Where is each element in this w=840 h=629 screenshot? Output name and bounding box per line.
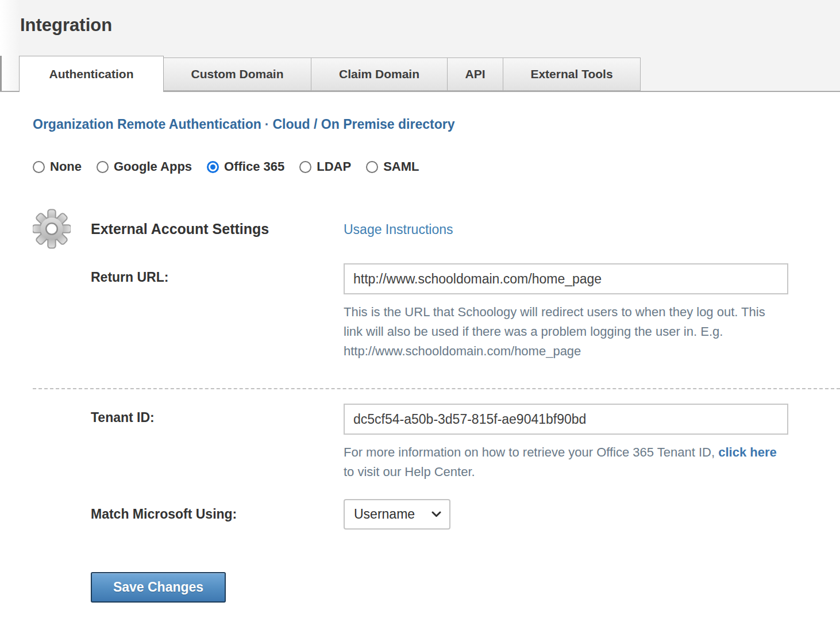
tab-external-tools[interactable]: External Tools [503,57,641,91]
match-microsoft-select[interactable]: Username [344,499,450,530]
tab-authentication[interactable]: Authentication [19,56,164,92]
tab-custom-domain[interactable]: Custom Domain [163,57,311,91]
page-title: Integration [20,15,112,36]
select-value: Username [354,507,415,522]
radio-button-icon[interactable] [299,161,311,173]
tab-api[interactable]: API [447,57,503,91]
tab-label: Authentication [49,67,134,81]
tab-claim-domain[interactable]: Claim Domain [311,57,448,91]
header-left-edge [0,56,2,91]
radio-ldap[interactable]: LDAP [299,159,351,174]
tab-bar: Authentication Custom Domain Claim Domai… [19,56,641,92]
gear-icon [33,209,71,249]
tenant-help-after: to visit our Help Center. [344,465,475,479]
tenant-help-before: For more information on how to retrieve … [344,445,715,459]
tenant-id-label: Tenant ID: [91,410,155,425]
section-heading-external-account-settings: External Account Settings [91,221,269,237]
radio-button-icon[interactable] [366,161,378,173]
usage-instructions-link[interactable]: Usage Instructions [344,222,453,237]
radio-button-icon[interactable] [207,161,219,173]
tenant-id-input[interactable] [344,404,788,435]
radio-saml[interactable]: SAML [366,159,419,174]
tab-label: Claim Domain [339,67,419,81]
tenant-id-help-text: For more information on how to retrieve … [344,443,784,482]
radio-label: LDAP [317,159,351,174]
radio-button-icon[interactable] [33,161,45,173]
auth-provider-radio-group: None Google Apps Office 365 LDAP SAML [33,159,434,174]
link-cloud-on-premise-directory[interactable]: Cloud / On Premise directory [273,117,455,132]
match-microsoft-label: Match Microsoft Using: [91,507,237,522]
return-url-help-text: This is the URL that Schoology will redi… [344,302,784,361]
breadcrumb-separator: · [261,117,273,132]
tab-label: API [465,67,485,81]
tab-label: External Tools [530,67,612,81]
return-url-input[interactable] [344,263,788,294]
radio-label: SAML [383,159,419,174]
return-url-label: Return URL: [91,270,168,285]
radio-office-365[interactable]: Office 365 [207,159,284,174]
radio-button-icon[interactable] [97,161,109,173]
chevron-down-icon [431,511,441,517]
save-changes-button[interactable]: Save Changes [91,572,226,603]
radio-label: Google Apps [114,159,192,174]
section-divider [33,388,840,389]
auth-type-breadcrumb: Organization Remote Authentication·Cloud… [33,117,454,132]
page-header: Integration Authentication Custom Domain… [0,0,840,92]
tab-label: Custom Domain [191,67,283,81]
radio-label: None [50,159,82,174]
radio-label: Office 365 [224,159,284,174]
radio-none[interactable]: None [33,159,82,174]
link-organization-remote-authentication[interactable]: Organization Remote Authentication [33,117,261,132]
radio-google-apps[interactable]: Google Apps [97,159,192,174]
click-here-link[interactable]: click here [718,445,777,459]
